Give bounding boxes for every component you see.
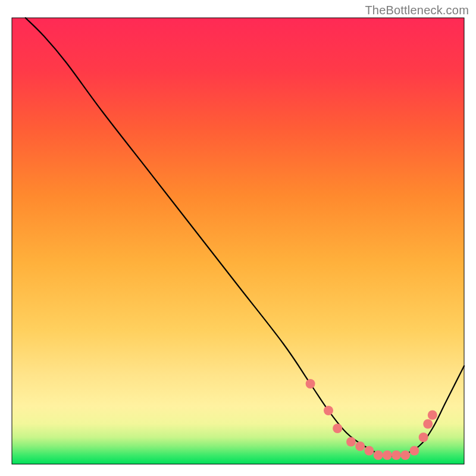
highlighted-point [400,450,410,460]
highlighted-point [306,379,315,389]
highlighted-point [333,424,342,433]
highlighted-point [423,419,433,429]
highlighted-point [374,450,383,460]
highlighted-point [364,446,374,456]
highlighted-point [346,437,356,447]
svg-rect-0 [12,18,464,464]
highlighted-point [392,450,401,460]
chart-container: TheBottleneck.com [0,0,476,476]
highlighted-point [419,433,428,442]
watermark-text: TheBottleneck.com [365,4,469,17]
bottleneck-chart [0,0,476,476]
highlighted-point [409,446,419,456]
highlighted-point [355,441,365,451]
highlighted-point [428,411,437,420]
highlighted-point [324,406,333,415]
highlighted-point [383,450,392,460]
